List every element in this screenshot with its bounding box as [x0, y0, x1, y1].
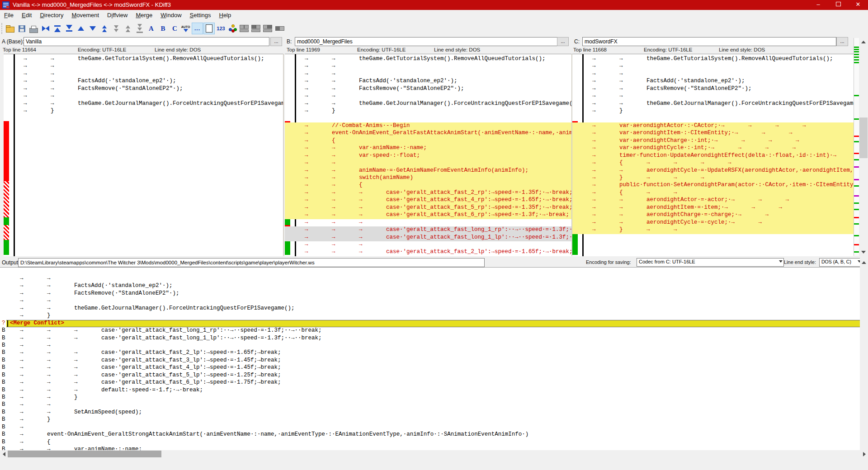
up-arrow-icon: [861, 41, 866, 43]
view-layout-2-button[interactable]: [250, 23, 262, 34]
source-gutter-label: B: [2, 379, 10, 385]
merge-conflict-line[interactable]: ?<Merge Conflict>: [0, 320, 860, 327]
choose-a-button[interactable]: A: [146, 23, 157, 34]
choose-b-button[interactable]: B: [157, 23, 169, 34]
pane-splitter-ab[interactable]: [283, 54, 284, 256]
close-button[interactable]: ✕: [848, 0, 868, 10]
merge-code-line: B→ →: [0, 401, 860, 409]
code-line: → → aerondightCycle·=·UpdateRSFX(aerondi…: [572, 167, 854, 174]
pane-a-lineend: Line end style: DOS: [155, 47, 201, 52]
letter-b-icon: B: [160, 25, 165, 33]
show-whitespace-chars-button[interactable]: [203, 23, 215, 34]
down-triangle-icon: [90, 26, 96, 31]
source-gutter-label: B: [2, 431, 10, 437]
a-base-label: A (Base):: [2, 38, 24, 45]
settings-star-button[interactable]: [227, 23, 238, 34]
merge-line-text: → → → case·'geralt_attack_fast_5_lp':→sp…: [0, 372, 860, 378]
menu-item-settings[interactable]: Settings: [186, 10, 215, 21]
menu-item-help[interactable]: Help: [215, 10, 236, 21]
merge-line-text: → → FactsAdd(·'standalone_ep2'·);: [0, 282, 860, 289]
scroll-down-button[interactable]: [859, 248, 868, 256]
source-gutter-label: B: [2, 394, 10, 400]
diff-pane-a[interactable]: → → theGame.GetTutorialSystem().RemoveAl…: [4, 54, 283, 256]
menu-item-file[interactable]: File: [0, 10, 18, 21]
source-gutter-label: B: [2, 349, 10, 356]
output-path-input[interactable]: [18, 258, 485, 267]
title-bar[interactable]: Vanilla <-> mod0000_MergedFiles <-> modS…: [0, 0, 868, 10]
scroll-right-button[interactable]: [860, 450, 868, 458]
browse-a-button[interactable]: ...: [270, 37, 282, 46]
code-line: → → aerondightCharge·=·charge;·→ →: [572, 212, 854, 219]
menu-item-movement[interactable]: Movement: [67, 10, 103, 21]
reload-button[interactable]: [40, 23, 51, 34]
code-line: → → switch(animName): [285, 174, 571, 182]
dots-icon: ...: [194, 25, 200, 32]
merge-line-text: → → FactsRemove(·"StandAloneEP2"·);: [0, 290, 860, 296]
file-c-input[interactable]: [582, 37, 836, 46]
code-line: → event·OnAnimEvent_GeraltFastAttackAnim…: [285, 130, 571, 137]
diff-bar-green: [4, 240, 9, 255]
file-b-input[interactable]: [295, 37, 558, 46]
merge-output-pane[interactable]: → →→ → FactsAdd(·'standalone_ep2'·);→ → …: [0, 267, 860, 451]
next-unsolved-conflict-button[interactable]: [134, 23, 145, 34]
diff-pane-b[interactable]: → → theGame.GetTutorialSystem().RemoveAl…: [285, 54, 571, 256]
open-button[interactable]: [5, 23, 16, 34]
menu-item-merge[interactable]: Merge: [132, 10, 156, 21]
scroll-left-button[interactable]: [0, 450, 8, 458]
toolbar-grip[interactable]: [1, 23, 4, 34]
prev-unsolved-conflict-button[interactable]: [122, 23, 133, 34]
menu-item-window[interactable]: Window: [156, 10, 185, 21]
go-bottom-button[interactable]: [63, 23, 75, 34]
line-end-style-dropdown[interactable]: DOS (A, B, C): [819, 258, 863, 267]
go-bottom-icon: [66, 25, 72, 32]
show-whitespace-button[interactable]: ...: [192, 23, 203, 34]
vertical-scrollbar[interactable]: [859, 38, 868, 256]
merge-code-line: B→ → → case·'geralt_attack_fast_6_lp':→s…: [0, 379, 860, 386]
print-button[interactable]: [28, 23, 39, 34]
merge-line-text: → → → default:·speed·=·1.f;·→·break;: [0, 387, 860, 393]
browse-c-button[interactable]: ...: [836, 37, 848, 46]
view-wide-button[interactable]: [274, 23, 285, 34]
hscrollbar-thumb[interactable]: [8, 451, 161, 457]
file-a-input[interactable]: [24, 37, 269, 46]
horizontal-scrollbar[interactable]: [0, 450, 868, 458]
pane-headers: Top line 11664 Encoding: UTF-16LE Line e…: [0, 47, 868, 54]
split-view-icon: [240, 25, 249, 32]
line-end-style-label: Line end style:: [784, 259, 816, 265]
menu-item-edit[interactable]: Edit: [18, 10, 36, 21]
merge-code-line: B→ → → case·'geralt_attack_fast_5_lp':→s…: [0, 372, 860, 379]
choose-c-button[interactable]: C: [169, 23, 180, 34]
merge-vertical-scrollbar[interactable]: [860, 267, 868, 450]
maximize-button[interactable]: [828, 0, 848, 10]
diff-bar-green: [4, 217, 9, 225]
merge-scroll-up-button[interactable]: [860, 258, 868, 267]
minimize-button[interactable]: –: [808, 0, 828, 10]
code-line: → →: [285, 70, 571, 78]
merge-code-line: B→ {: [0, 439, 860, 446]
go-top-button[interactable]: [52, 23, 63, 34]
code-line: → → theGame.GetJournalManager().ForceUnt…: [285, 100, 571, 108]
prev-conflict-button[interactable]: [99, 23, 110, 34]
menu-item-directory[interactable]: Directory: [36, 10, 67, 21]
pane-a-topline: Top line 11664: [3, 47, 36, 52]
right-arrow-icon: [863, 452, 866, 456]
auto-advance-button[interactable]: AUTO: [180, 23, 191, 34]
show-line-numbers-button[interactable]: 123: [215, 23, 226, 34]
save-button[interactable]: [16, 23, 28, 34]
code-line: → → FactsRemove(·"StandAloneEP2"·);: [572, 85, 854, 93]
browse-b-button[interactable]: ...: [557, 37, 569, 46]
encoding-for-saving-dropdown[interactable]: Codec from C: UTF-16LE: [637, 258, 784, 267]
scrollbar-thumb[interactable]: [859, 118, 868, 158]
prev-delta-button[interactable]: [75, 23, 86, 34]
diff-pane-c[interactable]: → → theGame.GetTutorialSystem().RemoveAl…: [572, 54, 854, 256]
next-conflict-button[interactable]: [110, 23, 122, 34]
view-layout-3-button[interactable]: [262, 23, 274, 34]
view-layout-1-button[interactable]: [239, 23, 250, 34]
next-delta-button[interactable]: [87, 23, 98, 34]
left-arrow-icon: [3, 452, 5, 456]
code-line: → }: [285, 108, 571, 115]
menu-item-diffview[interactable]: Diffview: [103, 10, 132, 21]
code-line: → var·aerondightActor·:·CActor;·→ → → →: [572, 122, 854, 130]
code-line: → → → case·'geralt_attack_fast_long_1_rp…: [285, 226, 571, 234]
scroll-up-button[interactable]: [859, 38, 868, 46]
